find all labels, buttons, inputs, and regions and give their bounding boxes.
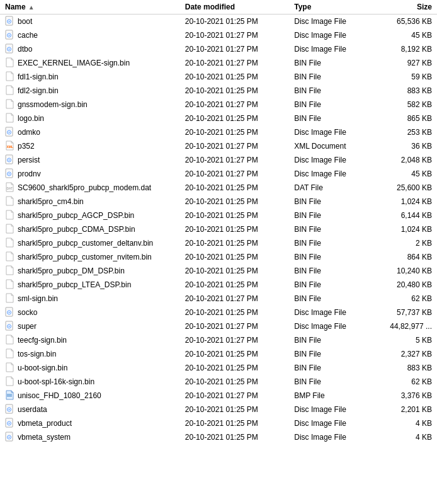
bin-file-icon xyxy=(5,210,15,220)
file-type-cell: Disc Image File xyxy=(289,430,373,444)
file-name-cell: sharkl5pro_pubcp_customer_nvitem.bin xyxy=(0,250,180,264)
table-row[interactable]: fdl1-sign.bin20-10-2021 01:25 PMBIN File… xyxy=(0,70,437,84)
file-size-cell: 36 KB xyxy=(373,139,437,153)
file-date-cell: 20-10-2021 01:25 PM xyxy=(180,416,290,430)
file-date-cell: 20-10-2021 01:27 PM xyxy=(180,167,290,181)
file-name-text: vbmeta_system xyxy=(18,433,71,442)
col-header-date[interactable]: Date modified xyxy=(180,0,290,14)
col-header-size[interactable]: Size xyxy=(373,0,437,14)
file-date-cell: 20-10-2021 01:25 PM xyxy=(180,84,290,98)
file-size-cell: 1,024 KB xyxy=(373,222,437,236)
file-date-cell: 20-10-2021 01:27 PM xyxy=(180,389,290,403)
col-header-type[interactable]: Type xyxy=(289,0,373,14)
file-type-cell: Disc Image File xyxy=(289,14,373,28)
file-date-cell: 20-10-2021 01:25 PM xyxy=(180,236,290,250)
bin-file-icon xyxy=(5,85,15,95)
table-row[interactable]: super20-10-2021 01:27 PMDisc Image File4… xyxy=(0,319,437,333)
disc-file-icon xyxy=(5,43,15,54)
table-row[interactable]: sharkl5pro_pubcp_customer_deltanv.bin20-… xyxy=(0,236,437,250)
file-type-cell: BIN File xyxy=(289,112,373,125)
file-date-cell: 20-10-2021 01:27 PM xyxy=(180,153,290,167)
disc-file-icon xyxy=(5,307,15,317)
svg-point-10 xyxy=(9,49,10,50)
svg-point-23 xyxy=(9,173,10,175)
disc-file-icon xyxy=(5,16,15,26)
file-type-cell: DAT File xyxy=(289,181,373,195)
file-name-text: unisoc_FHD_1080_2160 xyxy=(18,391,101,400)
bin-file-icon xyxy=(5,113,15,123)
table-row[interactable]: sharkl5pro_pubcp_LTEA_DSP.bin20-10-2021 … xyxy=(0,278,437,292)
file-name-cell: vbmeta_product xyxy=(0,416,180,430)
file-date-cell: 20-10-2021 01:25 PM xyxy=(180,222,290,236)
file-date-cell: 20-10-2021 01:27 PM xyxy=(180,333,290,347)
file-type-cell: BIN File xyxy=(289,236,373,250)
table-row[interactable]: teecfg-sign.bin20-10-2021 01:27 PMBIN Fi… xyxy=(0,333,437,347)
bin-file-icon xyxy=(5,279,15,289)
file-type-cell: BIN File xyxy=(289,264,373,278)
table-row[interactable]: u-boot-sign.bin20-10-2021 01:25 PMBIN Fi… xyxy=(0,361,437,375)
table-row[interactable]: logo.bin20-10-2021 01:25 PMBIN File865 K… xyxy=(0,112,437,125)
table-row[interactable]: vbmeta_system20-10-2021 01:25 PMDisc Ima… xyxy=(0,430,437,444)
file-size-cell: 10,240 KB xyxy=(373,264,437,278)
table-row[interactable]: sml-sign.bin20-10-2021 01:27 PMBIN File6… xyxy=(0,292,437,306)
disc-file-icon xyxy=(5,432,15,442)
file-name-cell: sharkl5pro_pubcp_CDMA_DSP.bin xyxy=(0,222,180,236)
file-name-cell: sml-sign.bin xyxy=(0,292,180,306)
file-name-text: fdl1-sign.bin xyxy=(18,72,59,81)
table-row[interactable]: sharkl5pro_cm4.bin20-10-2021 01:25 PMBIN… xyxy=(0,195,437,209)
file-type-cell: BIN File xyxy=(289,209,373,222)
file-size-cell: 883 KB xyxy=(373,84,437,98)
file-date-cell: 20-10-2021 01:25 PM xyxy=(180,347,290,361)
table-row[interactable]: sharkl5pro_pubcp_AGCP_DSP.bin20-10-2021 … xyxy=(0,209,437,222)
table-row[interactable]: vbmeta_product20-10-2021 01:25 PMDisc Im… xyxy=(0,416,437,430)
disc-file-icon xyxy=(5,30,15,40)
table-row[interactable]: gnssmodem-sign.bin20-10-2021 01:27 PMBIN… xyxy=(0,98,437,112)
table-row[interactable]: userdata20-10-2021 01:25 PMDisc Image Fi… xyxy=(0,403,437,416)
file-size-cell: 253 KB xyxy=(373,125,437,139)
table-row[interactable]: odmko20-10-2021 01:25 PMDisc Image File2… xyxy=(0,125,437,139)
table-row[interactable]: dtbo20-10-2021 01:27 PMDisc Image File8,… xyxy=(0,42,437,56)
table-row[interactable]: tos-sign.bin20-10-2021 01:25 PMBIN File2… xyxy=(0,347,437,361)
file-list-table: Name ▲ Date modified Type Size boot20-10… xyxy=(0,0,437,444)
file-name-text: prodnv xyxy=(18,169,41,178)
table-row[interactable]: socko20-10-2021 01:25 PMDisc Image File5… xyxy=(0,306,437,319)
file-name-text: p352 xyxy=(18,142,35,151)
table-row[interactable]: prodnv20-10-2021 01:27 PMDisc Image File… xyxy=(0,167,437,181)
file-type-cell: BIN File xyxy=(289,347,373,361)
table-row[interactable]: sharkl5pro_pubcp_CDMA_DSP.bin20-10-2021 … xyxy=(0,222,437,236)
table-row[interactable]: persist20-10-2021 01:27 PMDisc Image Fil… xyxy=(0,153,437,167)
table-row[interactable]: EXEC_KERNEL_IMAGE-sign.bin20-10-2021 01:… xyxy=(0,56,437,70)
file-date-cell: 20-10-2021 01:25 PM xyxy=(180,403,290,416)
svg-point-2 xyxy=(9,21,10,22)
file-name-text: cache xyxy=(18,31,38,40)
svg-point-19 xyxy=(9,159,10,161)
table-row[interactable]: XML p35220-10-2021 01:27 PMXML Document3… xyxy=(0,139,437,153)
file-type-cell: BIN File xyxy=(289,195,373,209)
table-row[interactable]: fdl2-sign.bin20-10-2021 01:25 PMBIN File… xyxy=(0,84,437,98)
file-name-cell: u-boot-spl-16k-sign.bin xyxy=(0,375,180,389)
table-row[interactable]: unisoc_FHD_1080_216020-10-2021 01:27 PMB… xyxy=(0,389,437,403)
file-type-cell: Disc Image File xyxy=(289,167,373,181)
table-row[interactable]: boot20-10-2021 01:25 PMDisc Image File65… xyxy=(0,14,437,28)
file-size-cell: 4 KB xyxy=(373,416,437,430)
file-size-cell: 65,536 KB xyxy=(373,14,437,28)
sort-arrow-name: ▲ xyxy=(28,4,35,11)
table-row[interactable]: cache20-10-2021 01:27 PMDisc Image File4… xyxy=(0,28,437,42)
table-row[interactable]: sharkl5pro_pubcp_customer_nvitem.bin20-1… xyxy=(0,250,437,264)
file-name-text: sharkl5pro_pubcp_AGCP_DSP.bin xyxy=(18,211,134,220)
file-name-cell: sharkl5pro_pubcp_AGCP_DSP.bin xyxy=(0,209,180,222)
file-date-cell: 20-10-2021 01:25 PM xyxy=(180,14,290,28)
table-row[interactable]: u-boot-spl-16k-sign.bin20-10-2021 01:25 … xyxy=(0,375,437,389)
file-name-cell: cache xyxy=(0,28,180,42)
col-header-name[interactable]: Name ▲ xyxy=(0,0,180,14)
bin-file-icon xyxy=(5,71,15,81)
table-row[interactable]: DAT SC9600_sharkl5pro_pubcp_modem.dat20-… xyxy=(0,181,437,195)
file-date-cell: 20-10-2021 01:25 PM xyxy=(180,70,290,84)
file-size-cell: 3,376 KB xyxy=(373,389,437,403)
file-date-cell: 20-10-2021 01:25 PM xyxy=(180,112,290,125)
file-size-cell: 8,192 KB xyxy=(373,42,437,56)
file-name-cell: teecfg-sign.bin xyxy=(0,333,180,347)
file-type-cell: BIN File xyxy=(289,70,373,84)
bin-file-icon xyxy=(5,265,15,275)
table-row[interactable]: sharkl5pro_pubcp_DM_DSP.bin20-10-2021 01… xyxy=(0,264,437,278)
